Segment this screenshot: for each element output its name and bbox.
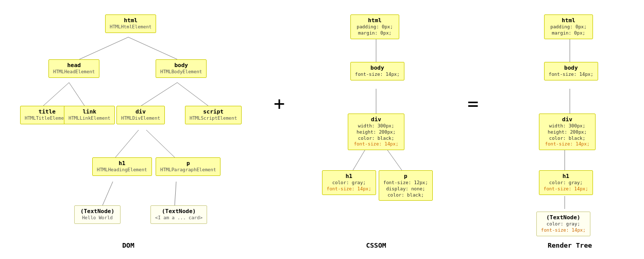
cssom-body-css: font-size: 14px; xyxy=(355,72,400,78)
dom-textnode1-node: (TextNode) Hello World xyxy=(74,205,121,224)
cssom-div-css: width: 300px;height: 200px;color: black; xyxy=(352,123,400,141)
render-h1-title: h1 xyxy=(544,173,588,180)
svg-line-5 xyxy=(177,83,208,106)
dom-div-title: div xyxy=(121,108,160,116)
dom-div-sub: HTMLDivElement xyxy=(121,116,160,122)
dom-tree: html HTMLHtmlElement head HTMLHeadElemen… xyxy=(18,10,239,237)
cssom-div-css-orange: font-size: 14px; xyxy=(352,141,400,148)
cssom-p-node: p font-size: 12px;display: none;color: b… xyxy=(379,170,433,201)
render-html-node: html padding: 0px;margin: 0px; xyxy=(544,14,593,39)
svg-line-8 xyxy=(103,182,113,205)
svg-line-9 xyxy=(175,182,176,205)
dom-link-sub: HTMLLinkElement xyxy=(69,116,110,122)
dom-textnode2-node: (TextNode) <I am a ... card> xyxy=(150,205,207,224)
svg-line-0 xyxy=(79,37,128,59)
dom-head-title: head xyxy=(53,62,95,69)
render-div-css: width: 300px;height: 200px;color: black; xyxy=(544,123,591,141)
cssom-p-css: font-size: 12px;display: none;color: bla… xyxy=(383,180,428,198)
dom-p-node: p HTMLParagraphElement xyxy=(156,157,221,176)
render-textnode-css: color: gray; xyxy=(541,221,586,228)
dom-h1-node: h1 HTMLHeadingElement xyxy=(92,157,152,176)
dom-html-sub: HTMLHtmlElement xyxy=(110,24,151,30)
render-tree-canvas: html padding: 0px;margin: 0px; body font… xyxy=(513,10,626,237)
dom-html-title: html xyxy=(110,17,151,24)
dom-p-sub: HTMLParagraphElement xyxy=(160,167,216,173)
cssom-html-title: html xyxy=(355,17,395,24)
dom-body-title: body xyxy=(160,62,202,69)
render-html-title: html xyxy=(549,17,588,24)
svg-line-2 xyxy=(43,83,69,106)
render-section: html padding: 0px;margin: 0px; body font… xyxy=(513,10,626,249)
dom-label: DOM xyxy=(122,241,134,249)
render-textnode-title: (TextNode) xyxy=(541,214,586,221)
cssom-h1-node: h1 color: gray; font-size: 14px; xyxy=(322,170,376,195)
render-body-node: body font-size: 14px; xyxy=(544,62,598,80)
main-container: html HTMLHtmlElement head HTMLHeadElemen… xyxy=(0,0,644,254)
plus-operator: + xyxy=(264,10,295,114)
dom-textnode2-title: (TextNode) xyxy=(155,208,202,215)
cssom-label: CSSOM xyxy=(366,241,386,249)
svg-line-7 xyxy=(146,130,175,157)
render-div-node: div width: 300px;height: 200px;color: bl… xyxy=(539,114,596,150)
cssom-h1-css: color: gray; xyxy=(327,180,371,186)
render-h1-node: h1 color: gray; font-size: 14px; xyxy=(539,170,593,195)
svg-line-12 xyxy=(353,149,366,170)
dom-link-title: link xyxy=(69,108,110,116)
cssom-html-node: html padding: 0px;margin: 0px; xyxy=(350,14,399,39)
dom-div-node: div HTMLDivElement xyxy=(116,106,165,124)
render-div-css-orange: font-size: 14px; xyxy=(544,141,591,148)
render-body-css: font-size: 14px; xyxy=(549,72,594,78)
render-textnode-node: (TextNode) color: gray; font-size: 14px; xyxy=(536,212,590,236)
dom-textnode1-sub: Hello World xyxy=(79,215,116,221)
dom-h1-title: h1 xyxy=(97,160,147,167)
svg-line-1 xyxy=(128,37,177,59)
cssom-body-title: body xyxy=(355,64,400,72)
dom-head-sub: HTMLHeadElement xyxy=(53,69,95,75)
render-div-title: div xyxy=(544,116,591,123)
render-body-title: body xyxy=(549,64,594,72)
dom-script-title: script xyxy=(190,108,237,116)
dom-h1-sub: HTMLHeadingElement xyxy=(97,167,147,173)
svg-line-4 xyxy=(141,83,177,106)
render-textnode-css-orange: font-size: 14px; xyxy=(541,228,586,234)
svg-line-13 xyxy=(386,149,402,170)
render-h1-css: color: gray; xyxy=(544,180,588,186)
dom-link-node: link HTMLLinkElement xyxy=(64,106,115,124)
dom-script-sub: HTMLScriptElement xyxy=(190,116,237,122)
dom-head-node: head HTMLHeadElement xyxy=(48,59,99,78)
dom-body-node: body HTMLBodyElement xyxy=(156,59,207,78)
dom-script-node: script HTMLScriptElement xyxy=(185,106,242,124)
render-label: Render Tree xyxy=(548,241,592,249)
cssom-section: html padding: 0px;margin: 0px; body font… xyxy=(319,10,433,249)
dom-p-title: p xyxy=(160,160,216,167)
render-h1-css-orange: font-size: 14px; xyxy=(544,186,588,192)
equals-operator: = xyxy=(457,10,488,114)
cssom-p-title: p xyxy=(383,173,428,180)
dom-title-title: title xyxy=(25,108,70,116)
cssom-body-node: body font-size: 14px; xyxy=(350,62,404,80)
dom-title-sub: HTMLTitleElement xyxy=(25,116,70,122)
render-html-css: padding: 0px;margin: 0px; xyxy=(549,24,588,36)
svg-line-3 xyxy=(69,83,84,106)
cssom-h1-css-orange: font-size: 14px; xyxy=(327,186,371,192)
dom-textnode1-title: (TextNode) xyxy=(79,208,116,215)
dom-textnode2-sub: <I am a ... card> xyxy=(155,215,202,221)
dom-html-node: html HTMLHtmlElement xyxy=(105,14,156,33)
dom-section: html HTMLHtmlElement head HTMLHeadElemen… xyxy=(18,10,239,249)
cssom-h1-title: h1 xyxy=(327,173,371,180)
cssom-div-title: div xyxy=(352,116,400,123)
svg-line-6 xyxy=(115,130,139,157)
dom-body-sub: HTMLBodyElement xyxy=(160,69,202,75)
cssom-tree: html padding: 0px;margin: 0px; body font… xyxy=(319,10,433,237)
cssom-html-css: padding: 0px;margin: 0px; xyxy=(355,24,395,36)
cssom-div-node: div width: 300px;height: 200px;color: bl… xyxy=(348,114,404,150)
